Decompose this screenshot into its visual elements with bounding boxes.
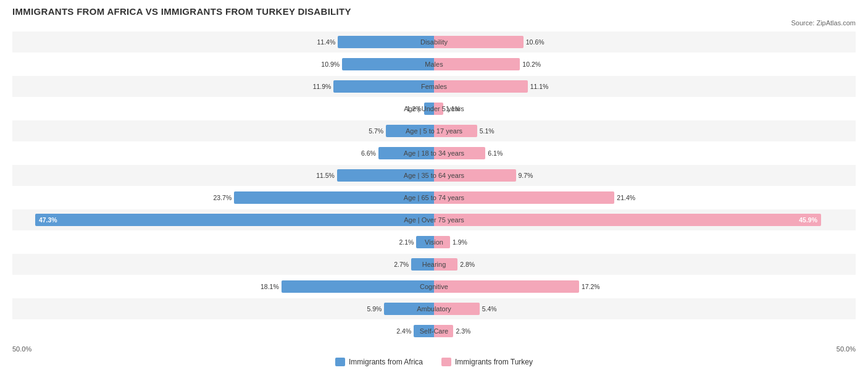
- bar-turkey: 1.1%: [434, 103, 443, 115]
- left-bar-container: 18.1%: [12, 276, 434, 297]
- left-bar-container: 11.9%: [12, 76, 434, 97]
- value-turkey: 11.1%: [530, 83, 549, 90]
- chart-row: 23.7%21.4%Age | 65 to 74 years: [12, 187, 856, 208]
- value-africa: 10.9%: [321, 61, 340, 68]
- legend: Immigrants from Africa Immigrants from T…: [12, 358, 856, 366]
- right-bar-container: 1.1%: [434, 98, 856, 119]
- right-bar-container: 45.9%: [434, 209, 856, 230]
- value-africa: 2.1%: [399, 238, 414, 246]
- right-bar-container: 2.8%: [434, 254, 856, 275]
- right-bar-container: 11.1%: [434, 76, 856, 97]
- left-bar-container: 23.7%: [12, 187, 434, 208]
- bar-turkey: 1.9%: [434, 236, 450, 248]
- left-bar-container: 6.6%: [12, 143, 434, 164]
- bar-africa: 11.9%: [333, 80, 434, 93]
- chart-row: 2.4%2.3%Self-Care: [12, 321, 856, 342]
- left-bar-container: 2.4%: [12, 321, 434, 342]
- source-label: Source: ZipAtlas.com: [12, 19, 856, 27]
- right-bar-container: 9.7%: [434, 165, 856, 186]
- chart-row: 18.1%17.2%Cognitive: [12, 276, 856, 297]
- left-bar-container: 2.1%: [12, 232, 434, 253]
- left-bar-container: 5.9%: [12, 298, 434, 319]
- value-africa: 5.7%: [369, 127, 383, 135]
- value-africa: 6.6%: [361, 149, 376, 157]
- left-bar-container: 10.9%: [12, 54, 434, 75]
- bar-africa: 10.9%: [342, 58, 434, 70]
- bar-turkey: 10.2%: [434, 58, 520, 70]
- chart-row: 5.7%5.1%Age | 5 to 17 years: [12, 120, 856, 141]
- bar-africa: 5.9%: [384, 303, 434, 315]
- chart-row: 6.6%6.1%Age | 18 to 34 years: [12, 143, 856, 164]
- value-turkey: 21.4%: [617, 194, 635, 201]
- right-bar-container: 5.1%: [434, 120, 856, 141]
- value-turkey: 1.1%: [446, 105, 461, 112]
- right-bar-container: 5.4%: [434, 298, 856, 319]
- bar-africa: 2.1%: [416, 236, 434, 248]
- chart-title: IMMIGRANTS FROM AFRICA VS IMMIGRANTS FRO…: [12, 6, 856, 17]
- value-turkey: 45.9%: [799, 216, 817, 224]
- chart-row: 11.9%11.1%Females: [12, 76, 856, 97]
- left-bar-container: 2.7%: [12, 254, 434, 275]
- bar-africa: 11.5%: [337, 169, 434, 182]
- right-bar-container: 6.1%: [434, 143, 856, 164]
- left-bar-container: 5.7%: [12, 120, 434, 141]
- legend-africa-box: [335, 358, 345, 366]
- left-bar-container: 11.4%: [12, 32, 434, 52]
- left-bar-container: 47.3%: [12, 209, 434, 230]
- legend-turkey-box: [441, 358, 451, 366]
- value-turkey: 6.1%: [488, 149, 503, 157]
- bar-turkey: 9.7%: [434, 169, 516, 182]
- bar-turkey: 45.9%: [434, 214, 821, 226]
- right-bar-container: 10.6%: [434, 32, 856, 52]
- value-turkey: 10.6%: [526, 38, 545, 46]
- chart-row: 11.5%9.7%Age | 35 to 64 years: [12, 165, 856, 186]
- bar-africa: 5.7%: [386, 125, 434, 137]
- value-africa: 11.9%: [313, 83, 332, 90]
- value-africa: 2.7%: [394, 261, 409, 268]
- value-turkey: 5.4%: [482, 305, 497, 313]
- value-turkey: 5.1%: [480, 127, 495, 135]
- bar-africa: 18.1%: [282, 280, 434, 293]
- bar-turkey: 21.4%: [434, 191, 614, 204]
- value-turkey: 9.7%: [519, 172, 533, 179]
- bar-africa: 1.2%: [424, 103, 434, 115]
- legend-turkey-label: Immigrants from Turkey: [455, 358, 533, 366]
- bar-africa: 23.7%: [234, 191, 434, 204]
- value-africa: 11.4%: [317, 38, 336, 46]
- bar-turkey: 10.6%: [434, 36, 524, 48]
- chart-row: 1.2%1.1%Age | Under 5 years: [12, 98, 856, 119]
- value-africa: 23.7%: [213, 194, 232, 201]
- axis-right: 50.0%: [434, 345, 856, 353]
- value-africa: 47.3%: [39, 216, 57, 224]
- bar-turkey: 5.4%: [434, 303, 480, 315]
- right-bar-container: 1.9%: [434, 232, 856, 253]
- value-turkey: 10.2%: [522, 61, 541, 68]
- right-bar-container: 10.2%: [434, 54, 856, 75]
- legend-turkey: Immigrants from Turkey: [441, 358, 533, 366]
- value-africa: 2.4%: [396, 327, 411, 335]
- bar-turkey: 2.8%: [434, 258, 457, 271]
- bar-africa: 2.4%: [414, 325, 434, 337]
- chart-row: 47.3%45.9%Age | Over 75 years: [12, 209, 856, 230]
- bar-turkey: 2.3%: [434, 325, 453, 337]
- value-turkey: 1.9%: [453, 238, 467, 246]
- bar-africa: 2.7%: [411, 258, 434, 271]
- chart-row: 2.7%2.8%Hearing: [12, 254, 856, 275]
- value-africa: 5.9%: [367, 305, 382, 313]
- bar-africa: 6.6%: [378, 147, 434, 159]
- chart-row: 10.9%10.2%Males: [12, 54, 856, 75]
- value-turkey: 17.2%: [582, 283, 600, 290]
- legend-africa-label: Immigrants from Africa: [349, 358, 423, 366]
- bar-turkey: 17.2%: [434, 280, 579, 293]
- left-bar-container: 1.2%: [12, 98, 434, 119]
- bar-turkey: 11.1%: [434, 80, 528, 93]
- axis-left: 50.0%: [12, 345, 434, 353]
- chart-row: 2.1%1.9%Vision: [12, 232, 856, 253]
- value-africa: 11.5%: [316, 172, 335, 179]
- axis-row: 50.0% 50.0%: [12, 345, 856, 353]
- right-bar-container: 2.3%: [434, 321, 856, 342]
- chart-row: 5.9%5.4%Ambulatory: [12, 298, 856, 319]
- legend-africa: Immigrants from Africa: [335, 358, 423, 366]
- bar-africa: 11.4%: [338, 36, 434, 48]
- bar-africa: 47.3%: [35, 214, 434, 226]
